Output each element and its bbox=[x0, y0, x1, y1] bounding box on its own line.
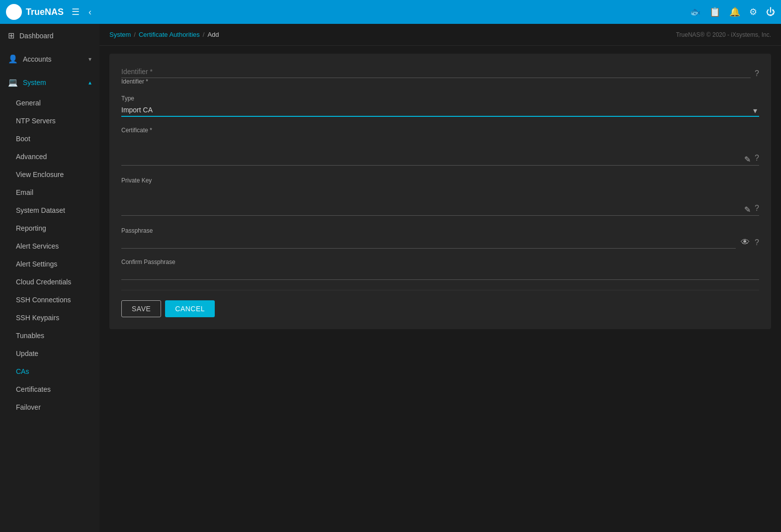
identifier-label: Identifier * bbox=[121, 78, 759, 85]
sidebar-item-system-dataset[interactable]: System Dataset bbox=[0, 201, 99, 219]
type-label: Type bbox=[121, 95, 759, 102]
logo-text: TrueNAS bbox=[26, 7, 64, 17]
logo-icon bbox=[6, 4, 22, 20]
sidebar-item-label: CAs bbox=[16, 367, 29, 375]
sidebar-item-alert-services[interactable]: Alert Services bbox=[0, 237, 99, 255]
private-key-edit-icon[interactable]: ✎ bbox=[743, 204, 752, 215]
sidebar-item-certificates[interactable]: Certificates bbox=[0, 380, 99, 398]
form-divider bbox=[121, 290, 759, 290]
sidebar-item-label: Accounts bbox=[23, 55, 52, 63]
sidebar: ⊞ Dashboard 👤 Accounts ▾ 💻 System ▴ Gene… bbox=[0, 24, 99, 532]
system-icon: 💻 bbox=[8, 78, 18, 87]
sidebar-item-tunables[interactable]: Tunables bbox=[0, 327, 99, 345]
private-key-textarea[interactable] bbox=[121, 186, 759, 216]
sidebar-item-label: Certificates bbox=[16, 385, 51, 393]
truenas-icon[interactable]: 🐟 bbox=[690, 6, 700, 17]
passphrase-label: Passphrase bbox=[121, 227, 759, 234]
content-header: System / Certificate Authorities / Add T… bbox=[99, 24, 781, 46]
sidebar-item-label: Tunables bbox=[16, 332, 44, 340]
passphrase-input[interactable] bbox=[121, 236, 736, 249]
sidebar-item-label: View Enclosure bbox=[16, 171, 64, 178]
confirm-passphrase-label: Confirm Passphrase bbox=[121, 259, 759, 266]
settings-icon[interactable]: ⚙ bbox=[749, 6, 757, 17]
breadcrumb: System / Certificate Authorities / Add bbox=[109, 31, 219, 38]
sidebar-item-boot[interactable]: Boot bbox=[0, 130, 99, 148]
sidebar-item-label: Failover bbox=[16, 403, 41, 411]
topbar-left: TrueNAS ☰ ‹ bbox=[6, 4, 91, 20]
sidebar-item-cloud-credentials[interactable]: Cloud Credentials bbox=[0, 273, 99, 291]
sidebar-item-label: Alert Settings bbox=[16, 260, 57, 268]
bell-icon[interactable]: 🔔 bbox=[729, 6, 740, 17]
certificate-textarea[interactable] bbox=[121, 136, 759, 166]
sidebar-item-general[interactable]: General bbox=[0, 94, 99, 112]
certificate-edit-icon[interactable]: ✎ bbox=[743, 154, 752, 165]
passphrase-row: 👁 ? bbox=[121, 236, 759, 249]
type-select-wrapper: Internal CA Intermediate CA Import CA ▾ bbox=[121, 104, 759, 117]
identifier-input[interactable] bbox=[121, 66, 751, 78]
passphrase-visibility-icon[interactable]: 👁 bbox=[740, 236, 751, 249]
type-group: Type Internal CA Intermediate CA Import … bbox=[121, 95, 759, 117]
save-button[interactable]: SAVE bbox=[121, 300, 161, 317]
topbar: TrueNAS ☰ ‹ 🐟 📋 🔔 ⚙ ⏻ bbox=[0, 0, 781, 24]
certificate-textarea-icons: ✎ ? bbox=[743, 154, 759, 165]
sidebar-item-system[interactable]: 💻 System ▴ bbox=[0, 71, 99, 94]
form-actions: SAVE CANCEL bbox=[121, 300, 759, 317]
breadcrumb-system[interactable]: System bbox=[109, 31, 131, 38]
sidebar-item-cas[interactable]: CAs bbox=[0, 362, 99, 380]
passphrase-help-icon[interactable]: ? bbox=[755, 238, 759, 247]
sidebar-item-label: Boot bbox=[16, 135, 30, 143]
certificate-help-icon[interactable]: ? bbox=[755, 154, 759, 165]
logo: TrueNAS bbox=[6, 4, 64, 20]
sidebar-item-reporting[interactable]: Reporting bbox=[0, 219, 99, 237]
sidebar-item-ssh-connections[interactable]: SSH Connections bbox=[0, 291, 99, 309]
passphrase-group: Passphrase 👁 ? bbox=[121, 227, 759, 249]
sidebar-item-label: Reporting bbox=[16, 224, 46, 232]
topbar-right: 🐟 📋 🔔 ⚙ ⏻ bbox=[690, 6, 775, 17]
cancel-button[interactable]: CANCEL bbox=[165, 300, 215, 317]
identifier-help-icon[interactable]: ? bbox=[755, 69, 759, 78]
type-select[interactable]: Internal CA Intermediate CA Import CA bbox=[121, 104, 759, 117]
sidebar-item-accounts[interactable]: 👤 Accounts ▾ bbox=[0, 47, 99, 71]
brand-text: TrueNAS® © 2020 - iXsystems, Inc. bbox=[676, 31, 771, 38]
breadcrumb-sep-2: / bbox=[203, 31, 205, 38]
sidebar-item-alert-settings[interactable]: Alert Settings bbox=[0, 255, 99, 273]
menu-icon[interactable]: ☰ bbox=[72, 6, 80, 17]
sidebar-item-view-enclosure[interactable]: View Enclosure bbox=[0, 166, 99, 183]
sidebar-item-label: Email bbox=[16, 188, 33, 196]
certificate-label: Certificate * bbox=[121, 127, 759, 134]
private-key-textarea-wrapper: ✎ ? bbox=[121, 186, 759, 217]
sidebar-item-update[interactable]: Update bbox=[0, 345, 99, 362]
breadcrumb-add: Add bbox=[207, 31, 219, 38]
sidebar-item-label: Cloud Credentials bbox=[16, 278, 71, 286]
form-card: ? Identifier * Type Internal CA Intermed… bbox=[109, 54, 771, 329]
private-key-textarea-icons: ✎ ? bbox=[743, 204, 759, 215]
sidebar-item-label: SSH Keypairs bbox=[16, 314, 59, 322]
certificate-group: Certificate * ✎ ? bbox=[121, 127, 759, 167]
sidebar-item-failover[interactable]: Failover bbox=[0, 398, 99, 416]
sidebar-item-dashboard[interactable]: ⊞ Dashboard bbox=[0, 24, 99, 47]
sidebar-item-label: Alert Services bbox=[16, 242, 59, 250]
dashboard-icon: ⊞ bbox=[8, 31, 14, 40]
sidebar-item-label: NTP Servers bbox=[16, 117, 56, 125]
back-icon[interactable]: ‹ bbox=[88, 7, 91, 17]
identifier-group: ? Identifier * bbox=[121, 66, 759, 85]
confirm-passphrase-group: Confirm Passphrase bbox=[121, 259, 759, 280]
sidebar-item-label: SSH Connections bbox=[16, 296, 71, 304]
sidebar-item-label: Update bbox=[16, 350, 38, 357]
accounts-arrow: ▾ bbox=[88, 56, 91, 63]
sidebar-item-email[interactable]: Email bbox=[0, 183, 99, 201]
private-key-label: Private Key bbox=[121, 177, 759, 184]
sidebar-item-label: Dashboard bbox=[19, 32, 54, 40]
confirm-passphrase-input[interactable] bbox=[121, 267, 759, 280]
sidebar-item-ntp-servers[interactable]: NTP Servers bbox=[0, 112, 99, 130]
breadcrumb-certificate-authorities[interactable]: Certificate Authorities bbox=[139, 31, 200, 38]
private-key-group: Private Key ✎ ? bbox=[121, 177, 759, 217]
clipboard-icon[interactable]: 📋 bbox=[709, 6, 720, 17]
identifier-row: ? bbox=[121, 66, 759, 78]
power-icon[interactable]: ⏻ bbox=[766, 7, 775, 17]
private-key-help-icon[interactable]: ? bbox=[755, 204, 759, 215]
sidebar-item-ssh-keypairs[interactable]: SSH Keypairs bbox=[0, 309, 99, 327]
sidebar-item-label: System bbox=[23, 79, 46, 87]
sidebar-item-advanced[interactable]: Advanced bbox=[0, 148, 99, 166]
sidebar-item-label: General bbox=[16, 99, 41, 107]
